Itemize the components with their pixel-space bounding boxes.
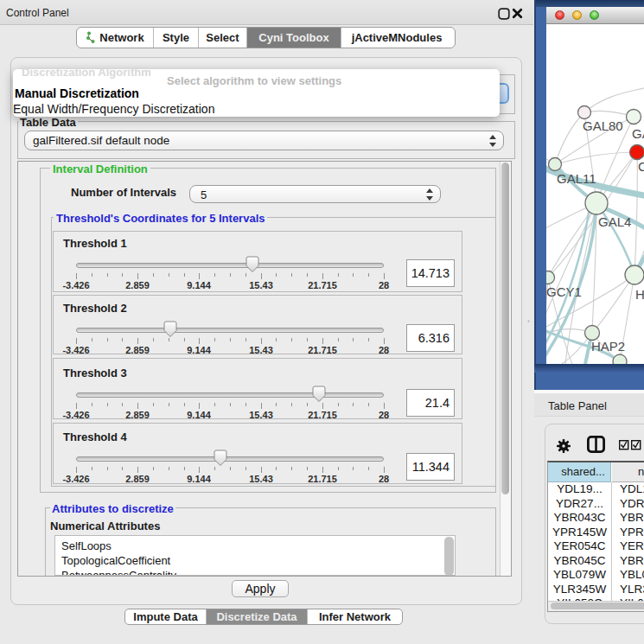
svg-text:GA: GA bbox=[632, 126, 644, 141]
svg-text:C: C bbox=[638, 159, 644, 174]
svg-text:HI: HI bbox=[635, 287, 644, 302]
svg-text:HAP2: HAP2 bbox=[591, 339, 625, 354]
svg-text:GAL80: GAL80 bbox=[583, 118, 623, 133]
svg-text:GAL11: GAL11 bbox=[557, 171, 596, 186]
svg-text:GCY1: GCY1 bbox=[546, 284, 582, 299]
svg-text:GAL4: GAL4 bbox=[598, 214, 631, 229]
